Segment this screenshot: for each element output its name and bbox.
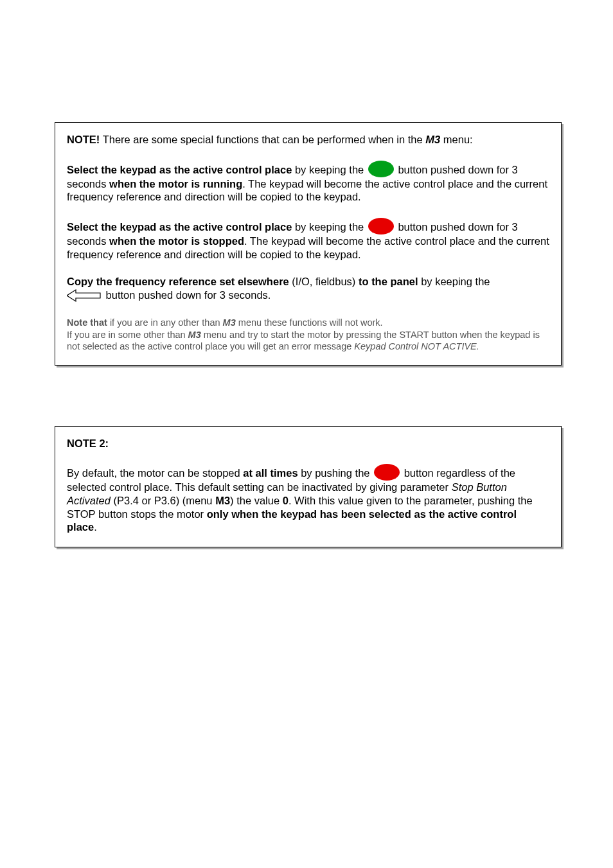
note1-p4b-ital: Keypad Control NOT ACTIVE.: [354, 341, 479, 351]
note2-bold-zero: 0: [283, 495, 289, 506]
note2-b: by pushing the: [301, 467, 369, 479]
note1-p3-mid: (I/O, fieldbus): [292, 276, 355, 287]
note1-paragraph-4: Note that if you are in any other than M…: [67, 317, 549, 351]
note1-note-label: NOTE!: [67, 134, 100, 145]
note1-p4-text-a: if you are in any other than: [110, 317, 220, 328]
left-arrow-button-icon: [67, 288, 102, 303]
note1-p2-bold-b: when the motor is stopped: [109, 235, 244, 247]
note1-p3-tail: by keeping the: [421, 276, 490, 287]
start-button-icon: [368, 161, 394, 177]
note2-title: NOTE 2:: [67, 438, 109, 449]
note1-p1-bold: Select the keypad as the active control …: [67, 164, 292, 175]
svg-marker-0: [67, 290, 100, 301]
note2-g: .: [94, 521, 97, 533]
note1-p4-bold: Note that: [67, 317, 107, 328]
note1-p3b-text: button pushed down for 3 seconds.: [106, 289, 271, 301]
page: NOTE! There are some special functions t…: [0, 0, 613, 868]
note1-paragraph-2: Select the keypad as the active control …: [67, 218, 549, 261]
stop-button-icon: [374, 464, 400, 481]
note1-headline-tail: menu:: [443, 134, 473, 145]
note-box-2: NOTE 2: By default, the motor can be sto…: [55, 426, 562, 547]
stop-button-icon: [368, 218, 394, 235]
note1-paragraph-3b: button pushed down for 3 seconds.: [67, 288, 549, 303]
note-box-1: NOTE! There are some special functions t…: [55, 122, 562, 366]
note1-paragraph-3a: Copy the frequency reference set elsewhe…: [67, 275, 549, 288]
note2-bold-times: at all times: [243, 467, 298, 479]
note1-p4-m3-a: M3: [223, 317, 236, 328]
note1-headline-m3: M3: [425, 134, 440, 145]
note2-paragraph: By default, the motor can be stopped at …: [67, 464, 549, 534]
note1-p1-bold-b: when the motor is running: [109, 178, 242, 190]
note1-headline-text: There are some special functions that ca…: [103, 134, 423, 145]
note1-paragraph-1: Select the keypad as the active control …: [67, 161, 549, 204]
note1-p2-bold: Select the keypad as the active control …: [67, 221, 292, 233]
note1-p2-text-a: by keeping the: [295, 221, 364, 233]
note2-d: (P3.4 or P3.6) (menu: [113, 495, 212, 506]
note1-p3-bold: Copy the frequency reference set elsewhe…: [67, 276, 289, 287]
note2-bold-menu: M3: [215, 495, 230, 506]
note2-e: ) the value: [230, 495, 280, 506]
note2-title-line: NOTE 2:: [67, 437, 549, 450]
note1-p4b-pre: If you are in some other than: [67, 330, 186, 340]
note1-p1-text-a: by keeping the: [295, 164, 364, 175]
note1-headline: NOTE! There are some special functions t…: [67, 133, 549, 146]
note1-p3-bold2: to the panel: [359, 276, 418, 287]
note1-p4b-m3: M3: [188, 330, 201, 340]
note2-a: By default, the motor can be stopped: [67, 467, 240, 479]
note1-p4-tail: menu these functions will not work.: [238, 317, 383, 328]
